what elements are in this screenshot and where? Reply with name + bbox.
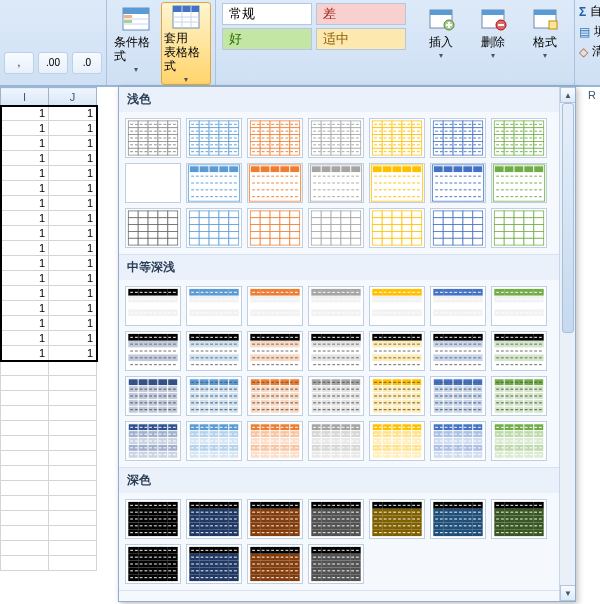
table-style-thumb[interactable] [247, 499, 303, 539]
cell[interactable] [49, 376, 97, 391]
cell[interactable] [49, 481, 97, 496]
table-style-thumb[interactable] [369, 208, 425, 248]
cell[interactable]: 1 [49, 151, 97, 166]
table-style-thumb[interactable] [491, 499, 547, 539]
table-style-thumb[interactable] [186, 544, 242, 584]
cell[interactable]: 1 [49, 106, 97, 121]
table-style-thumb[interactable] [308, 499, 364, 539]
cell[interactable] [1, 466, 49, 481]
gallery-scrollbar[interactable]: ▲ ▼ [559, 87, 575, 601]
cell[interactable] [1, 496, 49, 511]
table-style-thumb[interactable] [369, 163, 425, 203]
cell[interactable] [49, 526, 97, 541]
fill-button[interactable]: ▤ 填充 ▾ [579, 23, 600, 40]
cell[interactable]: 1 [1, 256, 49, 271]
table-style-thumb[interactable] [247, 421, 303, 461]
cell[interactable] [1, 391, 49, 406]
table-style-thumb[interactable] [430, 163, 486, 203]
cell[interactable] [49, 541, 97, 556]
cell[interactable] [1, 451, 49, 466]
delete-button[interactable]: 删除 ▾ [468, 2, 518, 85]
table-style-thumb[interactable] [247, 376, 303, 416]
cell[interactable]: 1 [49, 136, 97, 151]
cell[interactable] [49, 466, 97, 481]
table-style-thumb[interactable] [247, 118, 303, 158]
cell[interactable]: 1 [1, 301, 49, 316]
spreadsheet-grid[interactable]: IJ 1111111111111111111111111111111111 [0, 87, 97, 571]
cell[interactable]: 1 [1, 196, 49, 211]
table-style-thumb[interactable] [369, 376, 425, 416]
table-style-thumb[interactable] [186, 118, 242, 158]
cell[interactable] [49, 451, 97, 466]
table-style-thumb[interactable] [125, 331, 181, 371]
table-style-thumb[interactable] [308, 376, 364, 416]
table-style-thumb[interactable] [125, 208, 181, 248]
table-style-thumb[interactable] [430, 118, 486, 158]
table-style-thumb[interactable] [430, 421, 486, 461]
cell[interactable]: 1 [49, 256, 97, 271]
table-style-thumb[interactable] [369, 421, 425, 461]
cell[interactable]: 1 [49, 316, 97, 331]
insert-button[interactable]: 插入 ▾ [416, 2, 466, 85]
cell[interactable]: 1 [1, 271, 49, 286]
cell[interactable]: 1 [1, 316, 49, 331]
cell[interactable] [49, 391, 97, 406]
table-style-thumb[interactable] [125, 286, 181, 326]
cell[interactable]: 1 [49, 331, 97, 346]
cell[interactable]: 1 [49, 196, 97, 211]
table-style-thumb[interactable] [186, 208, 242, 248]
cell-style-normal[interactable]: 常规 [222, 3, 312, 25]
table-style-thumb[interactable] [125, 376, 181, 416]
cell[interactable] [49, 436, 97, 451]
autosum-button[interactable]: Σ 自动求和 [579, 3, 600, 20]
cell-style-bad[interactable]: 差 [316, 3, 406, 25]
cell[interactable] [1, 481, 49, 496]
table-style-thumb[interactable] [125, 421, 181, 461]
cell-style-good[interactable]: 好 [222, 28, 312, 50]
cell[interactable]: 1 [49, 301, 97, 316]
cell[interactable]: 1 [49, 166, 97, 181]
table-style-thumb[interactable] [491, 376, 547, 416]
cell[interactable]: 1 [49, 241, 97, 256]
table-style-thumb[interactable] [308, 331, 364, 371]
cell[interactable]: 1 [1, 181, 49, 196]
table-style-thumb[interactable] [186, 499, 242, 539]
table-style-thumb[interactable] [247, 286, 303, 326]
table-style-thumb[interactable] [430, 286, 486, 326]
cell[interactable] [1, 526, 49, 541]
table-style-thumb[interactable] [491, 118, 547, 158]
table-style-thumb[interactable] [491, 331, 547, 371]
table-style-thumb[interactable] [369, 118, 425, 158]
cell[interactable] [1, 436, 49, 451]
cell[interactable] [1, 406, 49, 421]
cell[interactable] [49, 406, 97, 421]
scroll-down-button[interactable]: ▼ [560, 585, 576, 601]
table-style-thumb[interactable] [247, 544, 303, 584]
scroll-thumb[interactable] [562, 103, 574, 333]
table-style-thumb[interactable] [125, 118, 181, 158]
cell-style-neutral[interactable]: 适中 [316, 28, 406, 50]
table-style-thumb[interactable] [430, 331, 486, 371]
cell[interactable]: 1 [1, 346, 49, 361]
cell[interactable] [1, 556, 49, 571]
cell[interactable]: 1 [49, 271, 97, 286]
cell[interactable]: 1 [1, 166, 49, 181]
clear-button[interactable]: ◇ 清除 ▾ [579, 43, 600, 60]
table-style-thumb[interactable] [491, 208, 547, 248]
table-style-thumb[interactable] [369, 286, 425, 326]
table-style-thumb[interactable] [186, 163, 242, 203]
cell[interactable]: 1 [1, 121, 49, 136]
column-header[interactable]: J [49, 88, 97, 106]
table-style-thumb[interactable] [308, 118, 364, 158]
cell[interactable]: 1 [1, 211, 49, 226]
conditional-formatting-button[interactable]: 条件格式 ▾ [111, 2, 161, 85]
cell[interactable] [1, 541, 49, 556]
cell[interactable] [1, 421, 49, 436]
cell[interactable] [49, 511, 97, 526]
cell[interactable]: 1 [1, 151, 49, 166]
cell[interactable]: 1 [1, 331, 49, 346]
cell[interactable] [1, 361, 49, 376]
table-style-thumb[interactable] [125, 544, 181, 584]
scroll-up-button[interactable]: ▲ [560, 87, 576, 103]
table-style-thumb[interactable] [369, 331, 425, 371]
